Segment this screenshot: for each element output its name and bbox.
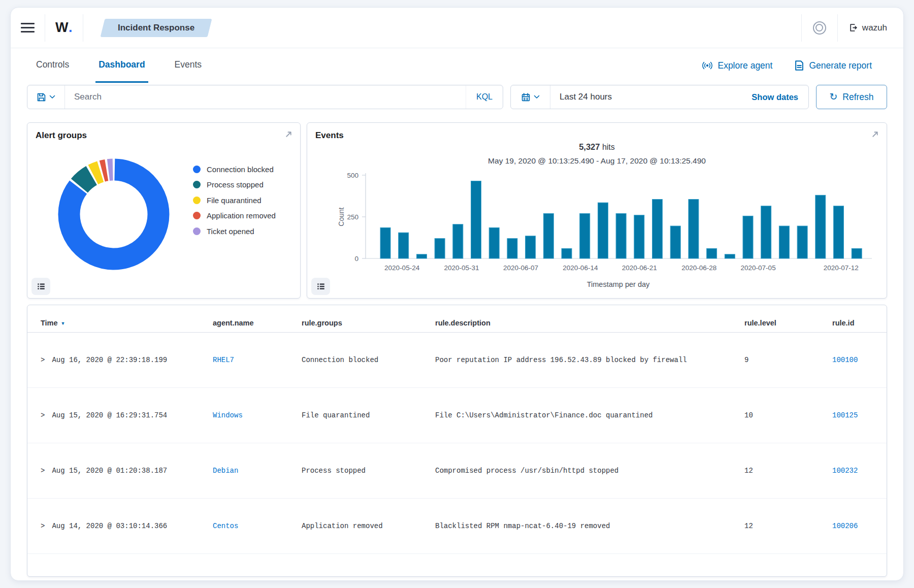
histogram-bar[interactable]: [562, 248, 572, 258]
cell-time: Aug 15, 2020 @ 16:29:31.754: [52, 411, 167, 419]
broadcast-icon: [702, 61, 712, 70]
panel-title: Events: [315, 130, 344, 141]
legend-item-process-stopped[interactable]: Process stopped: [193, 177, 276, 193]
agent-link[interactable]: Centos: [213, 522, 238, 530]
table-body: >Aug 16, 2020 @ 22:39:18.199RHEL7Connect…: [27, 333, 887, 554]
legend-label: Application removed: [207, 211, 276, 220]
histogram-bar[interactable]: [634, 215, 644, 258]
events-panel: Events 5,327 hits May 19, 2020 @ 10:13:2…: [307, 122, 887, 299]
agent-link[interactable]: RHEL7: [213, 356, 234, 364]
donut-slice-file-quarantined[interactable]: [93, 172, 100, 175]
histogram-bar[interactable]: [834, 206, 844, 258]
time-range-value[interactable]: Last 24 hours: [550, 85, 741, 109]
histogram-bar[interactable]: [616, 213, 626, 258]
histogram-bar[interactable]: [416, 254, 427, 258]
histogram-bar[interactable]: [779, 226, 789, 258]
histogram-bar[interactable]: [543, 213, 553, 258]
agent-link[interactable]: Debian: [213, 467, 238, 475]
inspect-list-icon: [37, 282, 46, 291]
expand-panel-button[interactable]: [284, 130, 293, 141]
histogram-bar[interactable]: [471, 181, 481, 258]
svg-text:2020-07-12: 2020-07-12: [824, 264, 859, 272]
saved-queries-button[interactable]: [27, 85, 65, 109]
hits-count: 5,327 hits: [307, 142, 887, 152]
histogram-bar[interactable]: [707, 248, 717, 258]
inspect-data-button[interactable]: [31, 278, 50, 295]
histogram-bar[interactable]: [652, 200, 663, 258]
cell-time: Aug 14, 2020 @ 03:10:14.366: [52, 522, 167, 530]
refresh-button[interactable]: ↻ Refresh: [816, 85, 887, 109]
alert-groups-donut-chart[interactable]: [53, 153, 175, 275]
refresh-label: Refresh: [842, 92, 873, 103]
cell-rule-groups: Application removed: [288, 522, 422, 530]
menu-button[interactable]: [11, 14, 45, 42]
column-header-time[interactable]: Time▼: [27, 319, 200, 327]
row-expand-chevron[interactable]: >: [41, 411, 45, 419]
histogram-bar[interactable]: [670, 226, 680, 258]
breadcrumb-incident-response[interactable]: Incident Response: [103, 19, 210, 37]
chevron-down-icon: [49, 95, 55, 99]
explore-agent-button[interactable]: Explore agent: [702, 60, 772, 71]
legend-item-connection-blocked[interactable]: Connection blocked: [193, 161, 276, 177]
search-input[interactable]: Search: [65, 85, 466, 109]
histogram-bar[interactable]: [380, 227, 390, 258]
rule-id-link[interactable]: 100206: [832, 522, 858, 530]
row-expand-chevron[interactable]: >: [41, 522, 45, 530]
histogram-bar[interactable]: [580, 213, 590, 258]
rule-id-link[interactable]: 100100: [832, 356, 858, 364]
row-expand-chevron[interactable]: >: [41, 356, 45, 364]
histogram-bar[interactable]: [689, 200, 699, 258]
histogram-bar[interactable]: [797, 226, 807, 258]
histogram-bar[interactable]: [507, 239, 517, 258]
cell-rule-groups: Process stopped: [288, 467, 422, 475]
breadcrumb-label: Incident Response: [118, 23, 194, 32]
donut-slice-ticket-opened[interactable]: [108, 170, 113, 170]
tab-events[interactable]: Events: [172, 48, 205, 83]
events-histogram-chart[interactable]: 0250500Count2020-05-242020-05-312020-06-…: [307, 170, 884, 297]
histogram-bar[interactable]: [598, 203, 608, 258]
query-language-button[interactable]: KQL: [466, 85, 503, 109]
quick-select-time-button[interactable]: [511, 85, 550, 109]
histogram-bar[interactable]: [743, 216, 753, 258]
histogram-bar[interactable]: [761, 206, 771, 258]
donut-slice-process-stopped[interactable]: [79, 176, 91, 186]
legend-item-file-quarantined[interactable]: File quarantined: [193, 192, 276, 208]
show-dates-button[interactable]: Show dates: [741, 85, 808, 109]
rule-id-link[interactable]: 100232: [832, 467, 858, 475]
inspect-data-button[interactable]: [311, 278, 330, 295]
logout-icon: [849, 23, 858, 32]
histogram-bar[interactable]: [852, 248, 862, 258]
cell-rule-level: 12: [731, 522, 819, 530]
expand-panel-button[interactable]: [871, 130, 879, 141]
svg-text:0: 0: [354, 255, 358, 263]
svg-text:2020-05-31: 2020-05-31: [444, 264, 479, 272]
histogram-bar[interactable]: [725, 254, 735, 258]
tab-controls[interactable]: Controls: [33, 48, 72, 83]
svg-text:2020-05-24: 2020-05-24: [384, 264, 420, 272]
histogram-bar[interactable]: [489, 227, 499, 258]
histogram-bar[interactable]: [453, 224, 463, 258]
cell-time: Aug 15, 2020 @ 01:20:38.187: [52, 467, 167, 475]
histogram-bar[interactable]: [815, 195, 826, 258]
expand-icon: [871, 130, 879, 139]
wazuh-logo[interactable]: W.: [45, 14, 83, 42]
generate-report-button[interactable]: Generate report: [795, 60, 872, 71]
legend-item-application-removed[interactable]: Application removed: [193, 208, 276, 224]
save-query-icon: [37, 93, 46, 102]
histogram-bar[interactable]: [399, 233, 409, 258]
row-expand-chevron[interactable]: >: [41, 467, 45, 475]
rule-id-link[interactable]: 100125: [832, 411, 858, 419]
status-circle-icon[interactable]: [813, 21, 826, 35]
column-header-rule-level: rule.level: [731, 319, 819, 327]
legend-dot: [193, 197, 201, 204]
histogram-bar[interactable]: [435, 239, 445, 258]
histogram-bar[interactable]: [526, 236, 536, 258]
donut-slice-application-removed[interactable]: [102, 170, 107, 171]
alert-groups-panel: Alert groups Connection blockedProcess s…: [27, 122, 301, 299]
tab-dashboard[interactable]: Dashboard: [95, 48, 148, 83]
legend-item-ticket-opened[interactable]: Ticket opened: [193, 223, 276, 239]
cell-rule-description: Poor reputation IP address 196.52.43.89 …: [422, 356, 731, 364]
logout-button[interactable]: wazuh: [849, 23, 887, 33]
explore-agent-label: Explore agent: [717, 60, 772, 71]
agent-link[interactable]: Windows: [213, 411, 243, 419]
